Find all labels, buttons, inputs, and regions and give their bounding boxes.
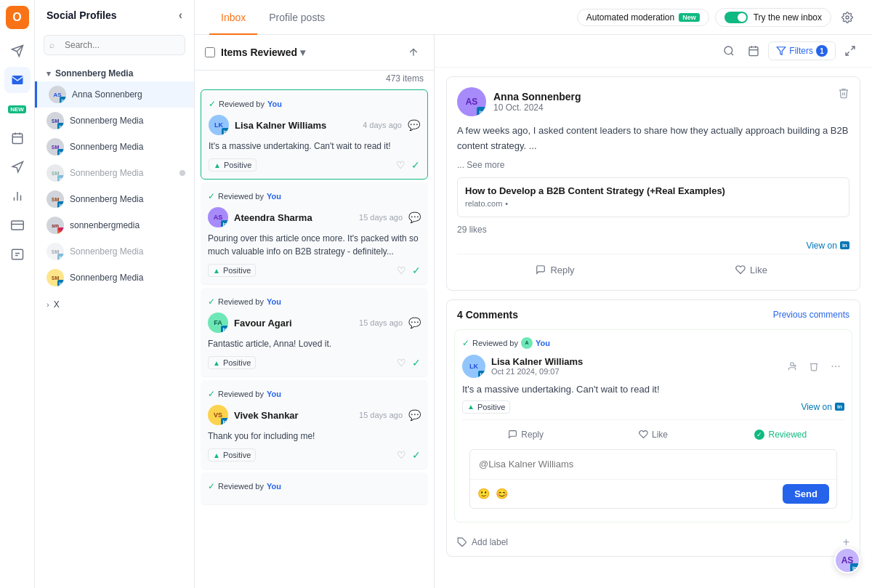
sidebar-item-name: Sonnenberg Media bbox=[70, 273, 185, 283]
like-button[interactable]: Like bbox=[589, 426, 716, 443]
comment-text: Pouring over this article once more. It'… bbox=[208, 232, 421, 258]
sidebar-item-5[interactable]: SM in Sonnenberg Media bbox=[35, 186, 194, 212]
linkedin-badge: in bbox=[57, 254, 64, 260]
nav-send-icon[interactable] bbox=[4, 38, 31, 64]
reviewed-check-icon[interactable]: ✓ bbox=[412, 265, 421, 276]
linkedin-badge: in bbox=[57, 175, 64, 182]
delete-icon[interactable] bbox=[805, 358, 823, 375]
reviewed-check-icon[interactable]: ✓ bbox=[411, 159, 420, 171]
expand-icon[interactable] bbox=[840, 41, 860, 61]
add-person-icon[interactable] bbox=[783, 358, 801, 375]
message-icon[interactable]: 💬 bbox=[408, 212, 421, 223]
reply-input-footer: 🙂 😊 Send bbox=[470, 479, 836, 508]
check-circle-icon: ✓ bbox=[208, 389, 215, 399]
sidebar-item-anna[interactable]: AS in Anna Sonnenberg bbox=[35, 81, 194, 108]
more-options-icon[interactable]: ··· bbox=[827, 358, 844, 375]
search-icon: ⌕ bbox=[49, 40, 54, 50]
sidebar-item-4[interactable]: SM in Sonnenberg Media bbox=[35, 160, 194, 186]
sidebar-item-name: sonnenbergmedia bbox=[70, 220, 185, 230]
reviewed-button[interactable]: ✓ Reviewed bbox=[717, 426, 844, 443]
sidebar-item-3[interactable]: SM in Sonnenberg Media bbox=[35, 134, 194, 160]
like-button[interactable]: Like bbox=[653, 260, 849, 280]
linkedin-badge: in bbox=[60, 97, 66, 103]
reviewed-label: Reviewed by bbox=[218, 482, 264, 491]
sentiment-tag: ▲ Positive bbox=[209, 158, 257, 172]
nav-billing-icon[interactable] bbox=[4, 212, 31, 238]
sidebar-item-7[interactable]: SM in Sonnenberg Media bbox=[35, 238, 194, 265]
emoji-icon[interactable]: 🙂 bbox=[477, 488, 490, 499]
tab-profile-posts[interactable]: Profile posts bbox=[257, 1, 336, 35]
sidebar-item-8[interactable]: SM in Sonnenberg Media bbox=[35, 265, 194, 291]
auto-mod-label: Automated moderation bbox=[586, 12, 674, 23]
reviewed-label: Reviewed by bbox=[218, 390, 264, 398]
auto-mod-button[interactable]: Automated moderation New bbox=[577, 9, 709, 26]
sort-icon[interactable] bbox=[403, 42, 424, 63]
filter-dropdown[interactable]: Items Reviewed ▾ bbox=[221, 47, 305, 58]
heart-icon[interactable]: ♡ bbox=[397, 449, 406, 461]
new-label: NEW bbox=[8, 105, 26, 113]
add-label-button[interactable]: Add label bbox=[457, 537, 508, 547]
select-all-checkbox[interactable] bbox=[205, 47, 215, 57]
sidebar-group-x[interactable]: › X bbox=[35, 297, 194, 313]
linkedin-badge: in bbox=[57, 123, 64, 129]
feed-item[interactable]: ✓ Reviewed by You bbox=[201, 472, 428, 505]
send-button[interactable]: Send bbox=[783, 484, 829, 504]
tabs: Inbox Profile posts bbox=[209, 1, 336, 34]
sidebar-group-label[interactable]: ▾ Sonnenberg Media bbox=[35, 65, 194, 81]
reply-button[interactable]: Reply bbox=[457, 260, 653, 280]
feed-item[interactable]: ✓ Reviewed by You VS in Vivek Shankar 15… bbox=[201, 380, 428, 470]
new-inbox-toggle[interactable]: Try the new inbox bbox=[715, 8, 831, 27]
nav-inbox-icon[interactable] bbox=[4, 67, 31, 93]
filters-button[interactable]: Filters 1 bbox=[768, 41, 836, 60]
check-circle-icon: ✓ bbox=[208, 297, 215, 307]
sidebar-item-6[interactable]: sm sonnenbergmedia bbox=[35, 212, 194, 238]
avatar: SM in bbox=[47, 164, 64, 182]
sidebar-search-container: ⌕ bbox=[35, 31, 194, 60]
reviewed-check-icon[interactable]: ✓ bbox=[412, 357, 421, 368]
sentiment-tag: ▲ Positive bbox=[208, 264, 256, 277]
nav-compose-icon[interactable] bbox=[4, 241, 31, 267]
message-icon[interactable]: 💬 bbox=[408, 119, 420, 131]
message-icon[interactable]: 💬 bbox=[408, 317, 421, 329]
collapse-icon[interactable]: ‹ bbox=[179, 9, 182, 22]
view-on-linkedin[interactable]: View on in bbox=[801, 402, 844, 412]
heart-icon[interactable]: ♡ bbox=[396, 159, 405, 171]
delete-icon[interactable] bbox=[838, 87, 849, 102]
feed-item[interactable]: ✓ Reviewed by You AS in Ateendra Sharma … bbox=[201, 182, 428, 285]
nav-new-icon[interactable]: NEW bbox=[4, 96, 31, 122]
sidebar-item-2[interactable]: SM in Sonnenberg Media bbox=[35, 108, 194, 134]
feed-item[interactable]: ✓ Reviewed by You LK in Lisa Kalner Will… bbox=[201, 89, 428, 180]
search-icon[interactable] bbox=[719, 41, 739, 61]
add-label-plus-icon[interactable]: + bbox=[843, 536, 849, 549]
heart-icon[interactable]: ♡ bbox=[397, 357, 406, 368]
post-card: AS in Anna Sonnenberg 10 Oct. 2024 A few… bbox=[446, 76, 860, 291]
nav-analytics-icon[interactable] bbox=[4, 183, 31, 209]
post-author-name: Anna Sonnenberg bbox=[493, 91, 581, 102]
previous-comments-link[interactable]: Previous comments bbox=[773, 310, 849, 320]
svg-line-17 bbox=[731, 53, 733, 55]
settings-icon[interactable] bbox=[837, 7, 857, 28]
feed-item-header: VS in Vivek Shankar 15 days ago 💬 bbox=[208, 405, 421, 425]
add-label-row: Add label + bbox=[447, 530, 860, 556]
linkedin-badge: in bbox=[221, 326, 228, 333]
see-more-link[interactable]: ... See more bbox=[457, 160, 849, 170]
message-icon[interactable]: 💬 bbox=[408, 409, 421, 421]
user-avatar[interactable]: AS in bbox=[834, 547, 860, 573]
search-input[interactable] bbox=[44, 35, 185, 55]
feed-item[interactable]: ✓ Reviewed by You FA in Favour Agari 15 … bbox=[201, 288, 428, 377]
reply-button[interactable]: Reply bbox=[462, 426, 589, 443]
svg-point-25 bbox=[791, 362, 794, 366]
heart-icon[interactable]: ♡ bbox=[397, 265, 406, 276]
calendar-icon[interactable] bbox=[743, 41, 764, 61]
nav-megaphone-icon[interactable] bbox=[4, 154, 31, 180]
reply-input[interactable] bbox=[470, 450, 836, 479]
sentiment-tag: ▲ Positive bbox=[208, 448, 256, 462]
linkedin-icon: in bbox=[835, 403, 844, 411]
nav-calendar-icon[interactable] bbox=[4, 125, 31, 151]
attachment-icon[interactable]: 😊 bbox=[496, 488, 508, 499]
view-on-linkedin[interactable]: View on in bbox=[806, 241, 849, 251]
post-avatar: AS in bbox=[457, 87, 486, 116]
reviewed-check-icon[interactable]: ✓ bbox=[412, 449, 421, 461]
tab-inbox[interactable]: Inbox bbox=[209, 1, 257, 35]
positive-icon: ▲ bbox=[213, 267, 220, 275]
